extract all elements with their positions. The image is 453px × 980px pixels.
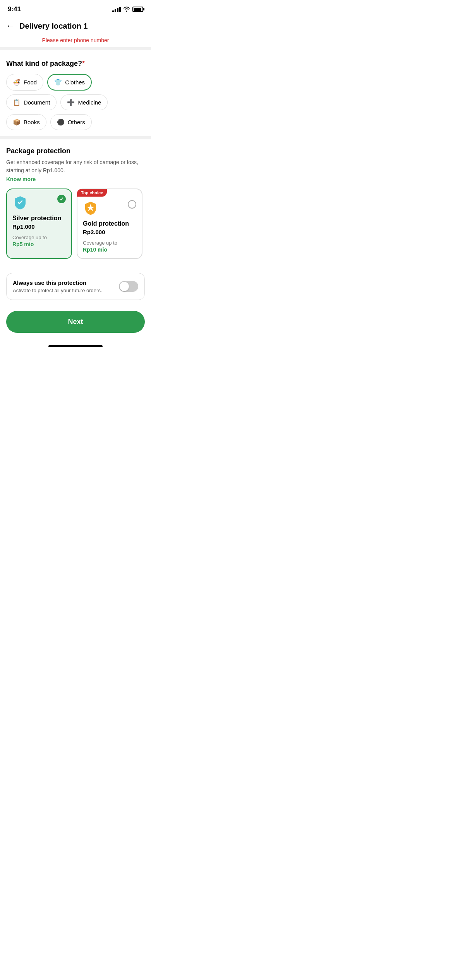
medicine-label: Medicine xyxy=(78,99,101,106)
required-indicator: * xyxy=(82,60,85,67)
protection-section: Package protection Get enhanced coverage… xyxy=(0,139,151,267)
status-time: 9:41 xyxy=(8,5,21,13)
silver-price: Rp1.000 xyxy=(12,223,66,230)
silver-radio[interactable] xyxy=(57,195,66,203)
books-icon: 📦 xyxy=(13,118,21,126)
home-indicator xyxy=(0,342,151,353)
silver-coverage-label: Coverage up to xyxy=(12,235,66,240)
protection-divider xyxy=(0,136,151,139)
clothes-icon: 👕 xyxy=(54,79,62,86)
protection-description: Get enhanced coverage for any risk of da… xyxy=(6,158,145,175)
package-type-others[interactable]: ⚫ Others xyxy=(50,114,92,130)
clothes-label: Clothes xyxy=(65,79,85,86)
protection-card-silver[interactable]: Silver protection Rp1.000 Coverage up to… xyxy=(6,188,72,259)
signal-icon xyxy=(112,7,121,12)
wifi-icon xyxy=(123,7,130,12)
always-use-toggle[interactable] xyxy=(119,281,138,292)
always-use-protection-box: Always use this protection Activate to p… xyxy=(6,273,145,300)
others-label: Others xyxy=(68,119,85,125)
gold-radio[interactable] xyxy=(128,200,136,209)
always-use-title: Always use this protection xyxy=(13,279,114,286)
always-use-description: Activate to protect all your future orde… xyxy=(13,288,114,293)
status-icons xyxy=(112,7,143,12)
protection-title: Package protection xyxy=(6,147,145,155)
silver-name: Silver protection xyxy=(12,215,66,222)
food-label: Food xyxy=(24,79,37,86)
back-button[interactable]: ← xyxy=(6,21,15,31)
package-type-medicine[interactable]: ➕ Medicine xyxy=(60,94,108,110)
package-type-clothes[interactable]: 👕 Clothes xyxy=(47,74,92,91)
page-title: Delivery location 1 xyxy=(19,22,88,31)
package-section-title: What kind of package?* xyxy=(6,60,145,68)
battery-icon xyxy=(132,7,143,12)
toggle-knob xyxy=(120,282,129,291)
protection-card-gold[interactable]: Top choice Gold protection Rp2.000 Cover… xyxy=(77,188,142,259)
status-bar: 9:41 xyxy=(0,0,151,16)
silver-shield-icon xyxy=(12,195,28,210)
package-type-section: What kind of package?* 🍜 Food 👕 Clothes … xyxy=(0,50,151,136)
package-type-document[interactable]: 📋 Document xyxy=(6,94,57,110)
silver-coverage-value: Rp5 mio xyxy=(12,241,66,247)
document-icon: 📋 xyxy=(13,99,21,106)
home-bar xyxy=(48,345,103,347)
package-types-grid: 🍜 Food 👕 Clothes 📋 Document ➕ Medicine 📦… xyxy=(6,74,145,130)
gold-coverage-label: Coverage up to xyxy=(83,240,136,246)
protection-cards-list: Silver protection Rp1.000 Coverage up to… xyxy=(6,188,145,260)
document-label: Document xyxy=(24,99,50,106)
others-icon: ⚫ xyxy=(57,118,65,126)
top-choice-badge: Top choice xyxy=(77,189,107,197)
header: ← Delivery location 1 xyxy=(0,16,151,35)
medicine-icon: ➕ xyxy=(67,99,75,106)
next-button-wrapper: Next xyxy=(0,303,151,342)
gold-price: Rp2.000 xyxy=(83,229,136,235)
error-message: Please enter phone number xyxy=(0,35,151,47)
books-label: Books xyxy=(24,119,40,125)
gold-shield-icon xyxy=(83,200,98,216)
package-type-books[interactable]: 📦 Books xyxy=(6,114,46,130)
next-button[interactable]: Next xyxy=(6,311,145,333)
know-more-link[interactable]: Know more xyxy=(6,176,145,182)
gold-name: Gold protection xyxy=(83,220,136,227)
package-type-food[interactable]: 🍜 Food xyxy=(6,74,43,91)
gold-coverage-value: Rp10 mio xyxy=(83,247,136,253)
food-icon: 🍜 xyxy=(13,79,21,86)
section-divider xyxy=(0,47,151,50)
